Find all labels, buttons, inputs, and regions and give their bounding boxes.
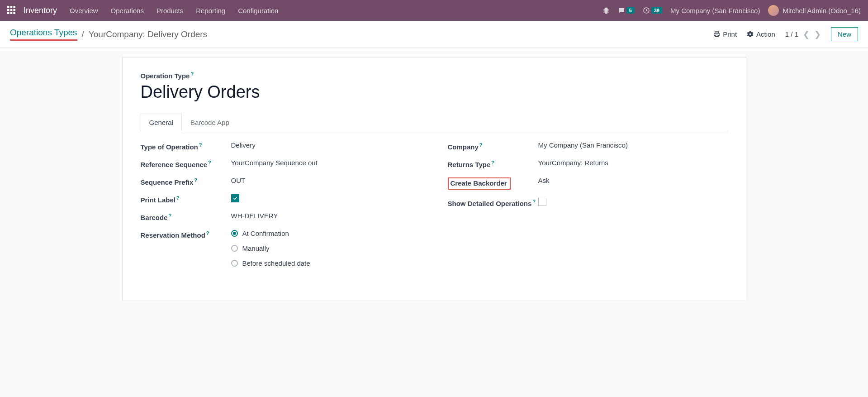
barcode-label: Barcode? [141,212,231,221]
pager-prev-icon[interactable]: ❮ [803,29,810,39]
company-label: Company? [448,141,538,151]
title-label: Operation Type? [141,71,728,80]
returns-type-value[interactable]: YourCompany: Returns [538,159,728,167]
radio-before-scheduled[interactable]: Before scheduled date [231,259,421,267]
nav-reporting[interactable]: Reporting [196,7,225,14]
breadcrumb: Operations Types / YourCompany: Delivery… [10,28,207,41]
user-name: Mitchell Admin (Odoo_16) [783,7,861,14]
activity-badge: 39 [651,7,662,14]
right-column: Company? My Company (San Francisco) Retu… [448,141,728,282]
user-menu[interactable]: Mitchell Admin (Odoo_16) [768,5,861,16]
form-columns: Type of Operation? Delivery Reference Se… [141,141,728,282]
help-icon[interactable]: ? [491,160,494,165]
top-navbar: Inventory Overview Operations Products R… [0,0,868,21]
svg-rect-8 [14,12,16,14]
help-icon[interactable]: ? [176,195,180,201]
sequence-prefix-label: Sequence Prefix? [141,177,231,186]
svg-rect-2 [14,6,16,8]
print-label-checkbox[interactable] [231,194,239,202]
nav-right: 5 39 My Company (San Francisco) Mitchell… [602,5,861,16]
sheet-wrap: Operation Type? Delivery Orders General … [0,48,868,310]
nav-products[interactable]: Products [157,7,183,14]
returns-type-label: Returns Type? [448,159,538,168]
help-icon[interactable]: ? [194,177,197,183]
radio-manually[interactable]: Manually [231,244,421,252]
tab-barcode-app[interactable]: Barcode App [182,114,238,131]
help-icon[interactable]: ? [479,142,483,148]
radio-icon [231,260,238,267]
show-detailed-checkbox[interactable] [538,198,546,206]
control-actions: Print Action 1 / 1 ❮ ❯ New [713,27,858,41]
messages-badge: 5 [626,7,635,14]
tabs: General Barcode App [141,114,728,131]
pager: 1 / 1 ❮ ❯ [785,29,821,39]
show-detailed-ops-label: Show Detailed Operations? [448,198,538,207]
radio-at-confirmation[interactable]: At Confirmation [231,230,421,237]
bug-icon[interactable] [602,7,610,14]
nav-configuration[interactable]: Configuration [238,7,278,14]
create-backorder-label: Create Backorder [448,177,538,190]
reference-sequence-value[interactable]: YourCompany Sequence out [231,159,421,167]
barcode-value[interactable]: WH-DELIVERY [231,212,421,220]
company-value[interactable]: My Company (San Francisco) [538,141,728,149]
breadcrumb-sep: / [82,29,84,39]
help-icon[interactable]: ? [190,71,194,77]
type-of-operation-value[interactable]: Delivery [231,141,421,149]
print-label-value [231,194,421,202]
help-icon[interactable]: ? [199,142,202,148]
new-button[interactable]: New [831,27,858,41]
left-column: Type of Operation? Delivery Reference Se… [141,141,421,282]
nav-operations[interactable]: Operations [111,7,144,14]
pager-text[interactable]: 1 / 1 [785,30,798,38]
svg-rect-5 [14,9,16,11]
avatar [768,5,779,16]
type-of-operation-label: Type of Operation? [141,141,231,151]
apps-icon[interactable] [7,6,16,15]
svg-rect-0 [7,6,9,8]
nav-overview[interactable]: Overview [70,7,98,14]
print-button[interactable]: Print [713,30,737,38]
company-selector[interactable]: My Company (San Francisco) [670,7,760,14]
pager-next-icon[interactable]: ❯ [814,29,821,39]
radio-icon [231,245,238,252]
reference-sequence-label: Reference Sequence? [141,159,231,168]
reservation-method-value: At Confirmation Manually Before schedule… [231,230,421,274]
app-title[interactable]: Inventory [24,6,57,15]
svg-rect-1 [10,6,13,8]
title-label-text: Operation Type [141,72,190,80]
show-detailed-ops-value [538,198,728,207]
form-sheet: Operation Type? Delivery Orders General … [122,57,746,301]
page-title[interactable]: Delivery Orders [141,82,728,102]
action-label: Action [756,30,775,38]
control-bar: Operations Types / YourCompany: Delivery… [0,21,868,48]
sequence-prefix-value[interactable]: OUT [231,177,421,184]
help-icon[interactable]: ? [206,230,209,236]
help-icon[interactable]: ? [169,213,172,218]
svg-rect-3 [7,9,9,11]
print-label-label: Print Label? [141,194,231,204]
create-backorder-value[interactable]: Ask [538,177,728,184]
svg-rect-4 [10,9,13,11]
tab-general[interactable]: General [141,114,182,131]
reservation-method-label: Reservation Method? [141,230,231,239]
help-icon[interactable]: ? [208,160,211,165]
breadcrumb-link[interactable]: Operations Types [10,28,77,41]
messages-icon[interactable]: 5 [618,7,635,14]
radio-icon [231,230,238,237]
nav-menu: Overview Operations Products Reporting C… [70,7,602,14]
help-icon[interactable]: ? [532,199,536,204]
svg-rect-7 [10,12,13,14]
action-button[interactable]: Action [747,30,775,38]
breadcrumb-current: YourCompany: Delivery Orders [89,29,207,39]
print-label: Print [723,30,737,38]
activity-icon[interactable]: 39 [643,7,662,14]
svg-rect-6 [7,12,9,14]
